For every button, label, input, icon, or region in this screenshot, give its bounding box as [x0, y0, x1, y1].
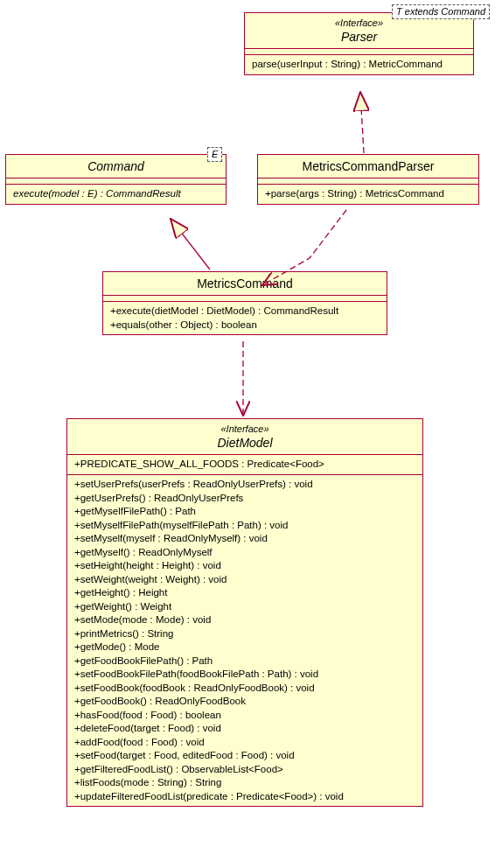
class-metrics-command: MetricsCommand +execute(dietModel : Diet…	[102, 271, 387, 335]
dm-op-11: +printMetrics() : String	[74, 627, 415, 641]
parser-attrs-empty	[245, 49, 473, 55]
parser-op-parse: parse(userInput : String) : MetricComman…	[252, 58, 466, 72]
mcp-op-parse: +parse(args : String) : MetricsCommand	[265, 187, 471, 201]
parser-type-param: T extends Command	[392, 4, 490, 19]
dm-op-0: +setUserPrefs(userPrefs : ReadOnlyUserPr…	[74, 478, 415, 492]
dm-op-8: +getHeight() : Height	[74, 586, 415, 600]
dm-op-4: +setMyself(myself : ReadOnlyMyself) : vo…	[74, 532, 415, 546]
dm-op-16: +getFoodBook() : ReadOnlyFoodBook	[74, 695, 415, 709]
dm-header: «Interface» DietModel	[67, 419, 422, 455]
dm-op-14: +setFoodBookFilePath(foodBookFilePath : …	[74, 668, 415, 682]
command-attrs-empty	[6, 178, 226, 185]
mc-op-equals: +equals(other : Object) : boolean	[110, 318, 380, 332]
dm-op-7: +setWeight(weight : Weight) : void	[74, 573, 415, 587]
dm-op-1: +getUserPrefs() : ReadOnlyUserPrefs	[74, 492, 415, 506]
mc-ops: +execute(dietModel : DietModel) : Comman…	[103, 302, 387, 334]
parser-name: Parser	[252, 29, 466, 45]
command-name: Command	[13, 158, 219, 174]
dm-attr-predicate: +PREDICATE_SHOW_ALL_FOODS : Predicate<Fo…	[74, 458, 415, 472]
mc-attrs-empty	[103, 296, 387, 302]
class-metrics-command-parser: MetricsCommandParser +parse(args : Strin…	[257, 154, 479, 205]
dm-op-10: +setMode(mode : Mode) : void	[74, 613, 415, 627]
mcp-header: MetricsCommandParser	[258, 155, 478, 178]
mc-header: MetricsCommand	[103, 272, 387, 296]
class-command: Command execute(model : E) : CommandResu…	[5, 154, 227, 205]
dm-op-21: +getFilteredFoodList() : ObservableList<…	[74, 763, 415, 777]
realization-mcp-parser	[360, 92, 364, 153]
parser-ops: parse(userInput : String) : MetricComman…	[245, 55, 473, 74]
dm-op-5: +getMyself() : ReadOnlyMyself	[74, 546, 415, 560]
dm-op-3: +setMyselfFilePath(myselfFilePath : Path…	[74, 519, 415, 533]
dm-op-19: +addFood(food : Food) : void	[74, 736, 415, 750]
dm-op-20: +setFood(target : Food, editedFood : Foo…	[74, 749, 415, 763]
dm-attrs: +PREDICATE_SHOW_ALL_FOODS : Predicate<Fo…	[67, 455, 422, 475]
command-op-execute: execute(model : E) : CommandResult	[13, 187, 219, 201]
dm-op-17: +hasFood(food : Food) : boolean	[74, 709, 415, 723]
dm-op-15: +setFoodBook(foodBook : ReadOnlyFoodBook…	[74, 682, 415, 696]
mcp-attrs-empty	[258, 178, 478, 185]
dm-op-13: +getFoodBookFilePath() : Path	[74, 654, 415, 668]
command-header: Command	[6, 155, 226, 178]
dm-op-18: +deleteFood(target : Food) : void	[74, 722, 415, 736]
class-parser: «Interface» Parser parse(userInput : Str…	[244, 12, 474, 75]
dm-op-6: +setHeight(height : Height) : void	[74, 559, 415, 573]
mc-name: MetricsCommand	[110, 276, 380, 291]
dm-stereotype: «Interface»	[74, 423, 415, 435]
dm-op-23: +updateFilteredFoodList(predicate : Pred…	[74, 790, 415, 804]
mcp-ops: +parse(args : String) : MetricsCommand	[258, 185, 478, 204]
mcp-name: MetricsCommandParser	[265, 158, 471, 174]
dm-op-2: +getMyselfFilePath() : Path	[74, 505, 415, 519]
dm-op-9: +getWeight() : Weight	[74, 600, 415, 614]
dm-name: DietModel	[74, 435, 415, 451]
mc-op-execute: +execute(dietModel : DietModel) : Comman…	[110, 304, 380, 318]
dm-op-12: +getMode() : Mode	[74, 640, 415, 654]
class-diet-model: «Interface» DietModel +PREDICATE_SHOW_AL…	[66, 418, 423, 807]
command-ops: execute(model : E) : CommandResult	[6, 185, 226, 204]
command-type-param: E	[207, 147, 222, 162]
generalization-mc-command	[171, 219, 210, 270]
dm-ops: +setUserPrefs(userPrefs : ReadOnlyUserPr…	[67, 475, 422, 806]
dm-op-22: +listFoods(mode : String) : String	[74, 776, 415, 790]
